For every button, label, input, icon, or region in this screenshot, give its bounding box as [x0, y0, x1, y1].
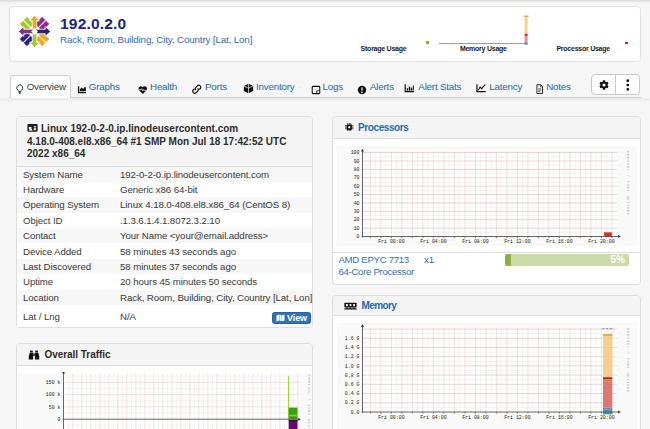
svg-text:30: 30	[354, 209, 360, 214]
svg-text:0.8 G: 0.8 G	[345, 373, 360, 378]
svg-text:Fri 04:00: Fri 04:00	[420, 239, 446, 244]
svg-text:RRDTOOL / TOBI OETIKER: RRDTOOL / TOBI OETIKER	[307, 375, 311, 429]
svg-text:Fri 20:00: Fri 20:00	[588, 239, 614, 244]
svg-text:100 k: 100 k	[46, 392, 61, 397]
svg-text:Fri 00:00: Fri 00:00	[378, 415, 404, 420]
svg-text:10: 10	[354, 226, 360, 231]
svg-text:80: 80	[354, 167, 360, 172]
svg-text:Fri 08:00: Fri 08:00	[462, 239, 488, 244]
svg-text:RRDTOOL / TOBI OETIKER: RRDTOOL / TOBI OETIKER	[626, 151, 630, 216]
svg-text:0.4 G: 0.4 G	[345, 391, 360, 396]
svg-text:0.0: 0.0	[351, 410, 360, 415]
svg-text:50 k: 50 k	[49, 405, 61, 410]
svg-text:0.6 G: 0.6 G	[345, 382, 360, 387]
svg-text:0.2 G: 0.2 G	[345, 400, 360, 405]
svg-text:150 k: 150 k	[46, 380, 61, 385]
svg-text:70: 70	[354, 175, 360, 180]
svg-text:Fri 12:00: Fri 12:00	[504, 415, 530, 420]
svg-text:1.4 G: 1.4 G	[345, 345, 360, 350]
svg-text:0: 0	[58, 417, 61, 422]
svg-text:Fri 20:00: Fri 20:00	[588, 415, 614, 420]
svg-text:40: 40	[354, 201, 360, 206]
svg-text:50: 50	[354, 192, 360, 197]
svg-text:1.6 G: 1.6 G	[345, 336, 360, 341]
svg-text:RRDTOOL / TOBI OETIKER: RRDTOOL / TOBI OETIKER	[626, 328, 630, 393]
svg-text:Fri 12:00: Fri 12:00	[504, 239, 530, 244]
svg-text:0: 0	[357, 234, 360, 239]
svg-text:Fri 04:00: Fri 04:00	[420, 415, 446, 420]
svg-text:90: 90	[354, 159, 360, 164]
svg-text:Fri 00:00: Fri 00:00	[378, 239, 404, 244]
svg-text:1.0 G: 1.0 G	[345, 364, 360, 369]
svg-text:60: 60	[354, 184, 360, 189]
svg-text:Fri 16:00: Fri 16:00	[546, 415, 572, 420]
svg-text:Fri 08:00: Fri 08:00	[462, 415, 488, 420]
svg-text:Fri 16:00: Fri 16:00	[546, 239, 572, 244]
svg-text:1.2 G: 1.2 G	[345, 354, 360, 359]
svg-text:20: 20	[354, 217, 360, 222]
svg-text:100: 100	[351, 150, 360, 155]
